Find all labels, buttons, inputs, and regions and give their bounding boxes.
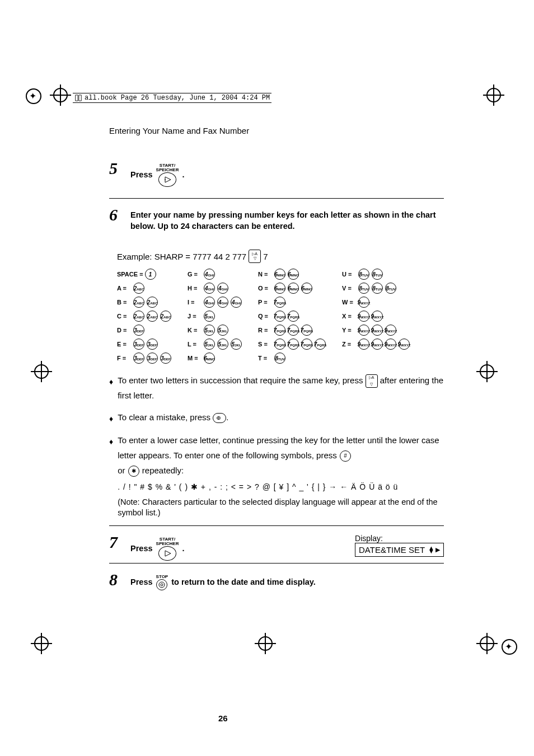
number-key-icon: 9WXYZ	[358, 325, 369, 336]
char-row: Y =9WXYZ9WXYZ9WXYZ	[342, 325, 410, 336]
page-info-text: all.book Page 26 Tuesday, June 1, 2004 4…	[85, 94, 270, 102]
number-key-icon: 7PQRS	[301, 325, 312, 336]
char-row: SPACE =1	[117, 269, 172, 280]
char-label: A =	[117, 285, 132, 292]
char-row: K =5JKL5JKL	[188, 325, 242, 336]
char-row: A =2ABC	[117, 283, 172, 294]
number-key-icon: 9WXYZ	[385, 325, 396, 336]
number-key-icon: 6MNO	[274, 269, 285, 280]
number-key-icon: 5JKL	[204, 339, 215, 350]
char-label: Y =	[342, 327, 357, 334]
number-key-icon: 8TUV	[358, 269, 369, 280]
char-row: S =7PQRS7PQRS7PQRS7PQRS	[258, 339, 326, 350]
step-num-5: 5	[109, 160, 124, 177]
number-key-icon: 5JKL	[231, 339, 242, 350]
char-label: C =	[117, 313, 132, 320]
reg-mark-cross	[256, 635, 279, 657]
step-5: 5 Press START/ SPEICHER .	[109, 160, 444, 196]
number-key-icon: 6MNO	[288, 283, 299, 294]
star-key-icon: ✱	[128, 466, 139, 477]
char-label: SPACE =	[117, 271, 143, 278]
char-row: V =8TUV8TUV8TUV	[342, 283, 410, 294]
number-key-icon: 9WXYZ	[358, 297, 369, 308]
step-8-tail: to return to the date and time display.	[171, 577, 316, 586]
page-info-header: all.book Page 26 Tuesday, June 1, 2004 4…	[73, 93, 271, 103]
symbol-note: (Note: Characters particular to the sele…	[118, 497, 444, 519]
number-key-icon: 6MNO	[204, 353, 215, 364]
example-tail: 7	[263, 252, 268, 261]
bullet-icon: ♦	[109, 412, 113, 426]
char-col-2: G =4GHIH =4GHI4GHII =4GHI4GHI4GHIJ =5JKL…	[188, 269, 242, 364]
start-icon	[158, 172, 176, 187]
char-row: F =3DEF3DEF3DEF	[117, 353, 172, 364]
lcd-text: DATE&TIME SET	[359, 545, 425, 555]
char-row: W =9WXYZ	[342, 297, 410, 308]
press-text: Press	[130, 543, 153, 552]
char-row: E =3DEF3DEF	[117, 339, 172, 350]
number-key-icon: 7PQRS	[301, 339, 312, 350]
number-key-icon: 6MNO	[274, 283, 285, 294]
step-num-7: 7	[109, 534, 124, 551]
char-label: N =	[258, 271, 273, 278]
number-key-icon: 3DEF	[133, 339, 144, 350]
number-key-icon: 9WXYZ	[372, 311, 383, 322]
example-line: Example: SHARP = 7777 44 2 777 ▷A▽ 7	[117, 250, 444, 263]
reg-mark-corner	[26, 88, 48, 111]
number-key-icon: 9WXYZ	[399, 339, 410, 350]
number-key-icon: 8TUV	[372, 283, 383, 294]
char-row: T =8TUV	[258, 353, 326, 364]
number-key-icon: 2ABC	[160, 311, 171, 322]
char-row: J =5JKL	[188, 311, 242, 322]
number-key-icon: 9WXYZ	[358, 339, 369, 350]
reg-mark-cross	[32, 635, 55, 657]
start-button: START/ SPEICHER	[156, 537, 179, 561]
number-key-icon: 7PQRS	[288, 325, 299, 336]
page-number: 26	[218, 713, 228, 723]
char-label: P =	[258, 299, 273, 306]
lcd-display: DATE&TIME SET ▲▼▶	[355, 543, 444, 557]
step-7: 7 Press START/ SPEICHER . Display: DATE&…	[109, 534, 444, 561]
char-row: U =8TUV8TUV	[342, 269, 410, 280]
number-key-icon: 2ABC	[147, 297, 158, 308]
number-key-icon: 7PQRS	[274, 311, 285, 322]
reg-mark-cross	[478, 635, 500, 657]
number-key-icon: 5JKL	[217, 339, 228, 350]
number-key-icon: 8TUV	[274, 353, 285, 364]
char-label: B =	[117, 299, 132, 306]
press-text: Press	[130, 577, 153, 586]
number-key-icon: 7PQRS	[274, 297, 285, 308]
char-label: U =	[342, 271, 357, 278]
tip-lowercase: ♦ To enter a lower case letter, continue…	[109, 433, 444, 518]
step-6-text: Enter your name by pressing number keys …	[130, 206, 444, 232]
press-text: Press	[130, 170, 153, 179]
char-label: D =	[117, 327, 132, 334]
char-row: C =2ABC2ABC2ABC	[117, 311, 172, 322]
number-key-icon: 5JKL	[204, 311, 215, 322]
number-key-icon: 3DEF	[147, 353, 158, 364]
tip-list: ♦ To enter two letters in succession tha…	[109, 373, 444, 519]
char-label: F =	[117, 355, 132, 361]
number-key-icon: 3DEF	[160, 353, 171, 364]
char-col-3: N =6MNO6MNOO =6MNO6MNO6MNOP =7PQRSQ =7PQ…	[258, 269, 326, 364]
number-key-icon: 4GHI	[217, 283, 228, 294]
char-row: L =5JKL5JKL5JKL	[188, 339, 242, 350]
tip-clear: ♦ To clear a mistake, press .	[109, 410, 444, 426]
char-label: Q =	[258, 313, 273, 320]
char-label: L =	[188, 341, 202, 348]
char-row: D =3DEF	[117, 325, 172, 336]
divider	[109, 563, 444, 564]
number-key-icon: 9WXYZ	[358, 311, 369, 322]
dot: .	[182, 543, 184, 552]
char-row: X =9WXYZ9WXYZ	[342, 311, 410, 322]
number-key-icon: 6MNO	[288, 269, 299, 280]
number-key-icon: 7PQRS	[274, 339, 285, 350]
arrow-key-icon: ▷A▽	[249, 250, 261, 263]
book-icon	[74, 94, 82, 102]
char-row: H =4GHI4GHI	[188, 283, 242, 294]
stop-icon	[156, 579, 167, 590]
section-title: Entering Your Name and Fax Number	[109, 126, 444, 135]
char-row: P =7PQRS	[258, 297, 326, 308]
number-key-icon: 5JKL	[217, 325, 228, 336]
character-table: SPACE =1A =2ABCB =2ABC2ABCC =2ABC2ABC2AB…	[117, 269, 444, 364]
char-label: I =	[188, 299, 202, 306]
